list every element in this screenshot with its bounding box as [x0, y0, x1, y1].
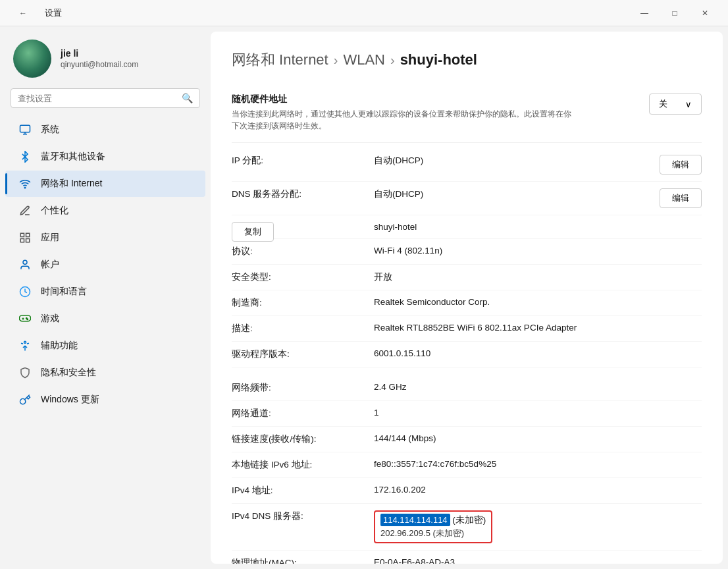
breadcrumb-sep2: ›: [390, 53, 395, 68]
info-label: 制造商:: [232, 297, 363, 309]
info-action: 编辑: [660, 155, 702, 175]
sidebar-item-label-accessibility: 辅助功能: [41, 340, 78, 352]
bluetooth-icon: [18, 150, 32, 163]
system-icon: [18, 123, 32, 136]
info-label: 物理地址(MAC):: [232, 557, 363, 564]
info-value: Wi-Fi 4 (802.11n): [374, 246, 691, 256]
svg-rect-6: [26, 239, 30, 242]
personalize-icon: [18, 204, 32, 217]
info-value: shuyi-hotel: [374, 222, 702, 232]
random-hw-dropdown[interactable]: 关 ∨: [649, 94, 702, 115]
user-profile: jie li qinyunti@hotmail.com: [0, 26, 211, 88]
sidebar-item-accessibility[interactable]: 辅助功能: [5, 333, 205, 359]
sidebar: jie li qinyunti@hotmail.com 🔍 系统蓝牙和其他设备网…: [0, 26, 211, 569]
info-value: 自动(DHCP): [374, 188, 649, 200]
sidebar-item-label-gaming: 游戏: [41, 313, 59, 325]
sidebar-item-label-accounts: 帐户: [41, 259, 59, 271]
action-btn-DNS 服务器分配:[interactable]: 编辑: [660, 188, 702, 208]
user-email: qinyunti@hotmail.com: [61, 60, 138, 69]
svg-rect-5: [26, 233, 30, 236]
info-row: 网络通道:1: [232, 401, 702, 427]
info-value: 6001.0.15.110: [374, 348, 691, 358]
titlebar-left: ← 设置: [8, 0, 62, 26]
sidebar-item-label-personalize: 个性化: [41, 205, 68, 217]
info-row: 协议:Wi-Fi 4 (802.11n): [232, 239, 702, 265]
nav-section: 系统蓝牙和其他设备网络和 Internet个性化应用帐户时间和语言游戏辅助功能隐…: [0, 116, 211, 419]
info-label: 协议:: [232, 246, 363, 257]
sidebar-item-label-windows-update: Windows 更新: [41, 394, 99, 406]
sidebar-item-bluetooth[interactable]: 蓝牙和其他设备: [5, 144, 205, 170]
search-input[interactable]: [18, 94, 176, 103]
breadcrumb-part2[interactable]: WLAN: [343, 51, 385, 68]
info-action: 编辑: [660, 188, 702, 208]
sidebar-item-label-network: 网络和 Internet: [41, 178, 102, 190]
info-row: 物理地址(MAC):E0-0A-F6-A8-AD-A3: [232, 551, 702, 564]
content-area: 网络和 Internet › WLAN › shuyi-hotel 随机硬件地址…: [211, 32, 723, 564]
sidebar-item-network[interactable]: 网络和 Internet: [5, 171, 205, 197]
info-row: 制造商:Realtek Semiconductor Corp.: [232, 290, 702, 316]
svg-rect-7: [20, 239, 24, 242]
time-icon: [18, 285, 32, 298]
sidebar-item-apps[interactable]: 应用: [5, 225, 205, 251]
info-row: DNS 服务器分配:自动(DHCP)编辑: [232, 182, 702, 215]
info-row: SSID:shuyi-hotel复制: [232, 215, 702, 239]
close-button[interactable]: ✕: [690, 0, 720, 26]
app-title: 设置: [45, 7, 62, 19]
sidebar-item-privacy[interactable]: 隐私和安全性: [5, 360, 205, 386]
info-row: 描述:Realtek RTL8852BE WiFi 6 802.11ax PCI…: [232, 316, 702, 342]
dns-highlight-box: 114.114.114.114 (未加密)202.96.209.5 (未加密): [374, 510, 492, 543]
info-label: 安全类型:: [232, 271, 363, 283]
sidebar-item-system[interactable]: 系统: [5, 117, 205, 143]
user-info: jie li qinyunti@hotmail.com: [61, 48, 138, 69]
info-row: 驱动程序版本:6001.0.15.110: [232, 342, 702, 367]
sidebar-item-time[interactable]: 时间和语言: [5, 279, 205, 305]
accounts-icon: [18, 258, 32, 271]
random-hw-value: 关: [659, 98, 667, 110]
windows-update-icon: [18, 393, 32, 406]
sidebar-item-label-privacy: 隐私和安全性: [41, 367, 96, 379]
info-value: E0-0A-F6-A8-AD-A3: [374, 557, 691, 564]
breadcrumb-part1[interactable]: 网络和 Internet: [232, 50, 328, 70]
info-row: 网络频带:2.4 GHz: [232, 375, 702, 401]
info-value: fe80::3557:1c74:c76f:bc5d%25: [374, 459, 691, 469]
svg-point-8: [23, 260, 27, 264]
sidebar-item-accounts[interactable]: 帐户: [5, 252, 205, 278]
dns-primary: 114.114.114.114 (未加密): [380, 514, 486, 526]
info-value: Realtek RTL8852BE WiFi 6 802.11ax PCIe A…: [374, 323, 691, 333]
random-hw-title: 随机硬件地址: [232, 94, 636, 105]
gaming-icon: [18, 312, 32, 325]
info-label: 描述:: [232, 323, 363, 335]
network-icon: [18, 177, 32, 190]
search-box: 🔍: [11, 88, 200, 108]
action-btn-SSID:[interactable]: 复制: [232, 222, 274, 242]
random-hw-text: 随机硬件地址 当你连接到此网络时，通过使其他人更难以跟踪你的设备位置来帮助保护你…: [232, 94, 636, 132]
svg-point-3: [24, 187, 26, 188]
sidebar-item-windows-update[interactable]: Windows 更新: [5, 387, 205, 413]
breadcrumb-sep1: ›: [334, 53, 338, 68]
search-icon: 🔍: [182, 93, 193, 103]
info-label: 本地链接 IPv6 地址:: [232, 459, 363, 471]
info-value: 114.114.114.114 (未加密)202.96.209.5 (未加密): [374, 510, 691, 543]
maximize-button[interactable]: □: [660, 0, 690, 26]
info-value: 1: [374, 408, 691, 418]
back-button[interactable]: ←: [8, 0, 38, 26]
info-value: 144/144 (Mbps): [374, 433, 691, 443]
info-action: 复制: [232, 222, 274, 242]
info-label: 链接速度(接收/传输):: [232, 433, 363, 445]
info-label: DNS 服务器分配:: [232, 188, 363, 200]
svg-rect-0: [20, 125, 30, 132]
dropdown-arrow-icon: ∨: [685, 99, 692, 109]
main-container: jie li qinyunti@hotmail.com 🔍 系统蓝牙和其他设备网…: [0, 26, 728, 569]
breadcrumb-part3: shuyi-hotel: [400, 51, 477, 68]
sidebar-item-gaming[interactable]: 游戏: [5, 306, 205, 332]
info-value: 172.16.0.202: [374, 485, 691, 495]
info-value: 开放: [374, 271, 691, 283]
info-label: IPv4 DNS 服务器:: [232, 510, 363, 522]
minimize-button[interactable]: —: [629, 0, 660, 26]
random-hw-desc: 当你连接到此网络时，通过使其他人更难以跟踪你的设备位置来帮助保护你的隐私。此设置…: [232, 108, 574, 132]
info-table: IP 分配:自动(DHCP)编辑DNS 服务器分配:自动(DHCP)编辑SSID…: [232, 148, 702, 564]
action-btn-IP 分配:[interactable]: 编辑: [660, 155, 702, 175]
dns-secondary: 202.96.209.5 (未加密): [380, 528, 486, 539]
sidebar-item-personalize[interactable]: 个性化: [5, 198, 205, 224]
sidebar-item-label-time: 时间和语言: [41, 286, 87, 298]
